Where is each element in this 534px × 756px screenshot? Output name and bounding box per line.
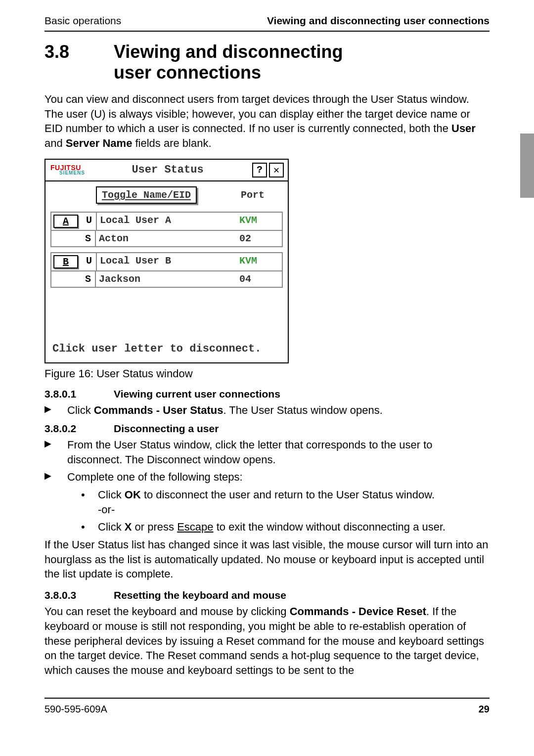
titlebar: FUJITSU SIEMENS User Status ? ✕ — [45, 160, 288, 181]
subsection-number: 3.8.0.2 — [44, 423, 114, 435]
entry-type: U — [82, 253, 97, 270]
section-title: 3.8 Viewing and disconnecting user conne… — [44, 42, 490, 83]
subsection-title: Viewing current user connections — [114, 388, 280, 400]
entry-port-number: 04 — [236, 271, 282, 287]
user-entry-b: B U Local User B KVM S Jackson 04 — [50, 252, 283, 288]
page-footer: 590-595-609A 29 — [44, 698, 490, 715]
toggle-name-eid-button[interactable]: Toggle Name/EID — [96, 186, 197, 204]
entry-user-name: Local User B — [97, 253, 236, 270]
section-title-text: Viewing and disconnecting user connectio… — [114, 42, 343, 83]
section-number: 3.8 — [44, 42, 114, 83]
entry-port-kvm: KVM — [236, 213, 282, 230]
user-status-window: FUJITSU SIEMENS User Status ? ✕ Toggle N… — [44, 159, 289, 364]
sub-bullet-item: • Click OK to disconnect the user and re… — [44, 488, 490, 517]
subsection-heading-3803: 3.8.0.3 Resetting the keyboard and mouse — [44, 589, 490, 601]
entry-server-name: Acton — [96, 231, 236, 246]
arrow-icon: ▶ — [44, 403, 67, 418]
entry-type: U — [82, 213, 97, 230]
help-button[interactable]: ? — [252, 163, 267, 178]
footer-doc-id: 590-595-609A — [44, 704, 107, 715]
entry-port-kvm: KVM — [236, 253, 282, 270]
arrow-icon: ▶ — [44, 470, 67, 485]
sub3-paragraph: You can reset the keyboard and mouse by … — [44, 604, 490, 677]
window-title: User Status — [85, 164, 250, 176]
help-icon: ? — [257, 164, 263, 176]
header-right: Viewing and disconnecting user connectio… — [267, 15, 490, 27]
port-column-header: Port — [241, 189, 265, 201]
intro-paragraph: You can view and disconnect users from t… — [44, 92, 490, 151]
window-hint-text: Click user letter to disconnect. — [52, 342, 281, 356]
bullet-icon: • — [81, 520, 98, 534]
figure-caption: Figure 16: User Status window — [44, 367, 490, 380]
fujitsu-siemens-logo: FUJITSU SIEMENS — [50, 164, 85, 176]
bullet-item: ▶ Click Commands - User Status. The User… — [44, 403, 490, 418]
subsection-heading-3801: 3.8.0.1 Viewing current user connections — [44, 388, 490, 400]
sub-bullet-item: • Click X or press Escape to exit the wi… — [44, 520, 490, 534]
footer-page-number: 29 — [479, 704, 490, 715]
toggle-row: Toggle Name/EID Port — [45, 181, 288, 212]
subsection-title: Resetting the keyboard and mouse — [114, 589, 286, 601]
entry-user-name: Local User A — [97, 213, 236, 230]
user-letter-button-a[interactable]: A — [53, 215, 78, 228]
section-side-tab — [520, 133, 534, 198]
subsection-number: 3.8.0.1 — [44, 388, 114, 400]
entry-port-number: 02 — [236, 231, 282, 246]
entry-type: S — [81, 231, 96, 246]
entry-server-name: Jackson — [96, 271, 236, 287]
sub2-paragraph: If the User Status list has changed sinc… — [44, 537, 490, 581]
user-entry-a: A U Local User A KVM S Acton 02 — [50, 212, 283, 247]
bullet-icon: • — [81, 488, 98, 517]
entry-type: S — [81, 271, 96, 287]
user-letter-button-b[interactable]: B — [53, 255, 78, 268]
header-left: Basic operations — [44, 15, 121, 27]
page-header: Basic operations Viewing and disconnecti… — [44, 15, 490, 32]
bullet-item: ▶ From the User Status window, click the… — [44, 438, 490, 467]
close-button[interactable]: ✕ — [269, 163, 284, 178]
close-icon: ✕ — [273, 164, 279, 176]
subsection-title: Disconnecting a user — [114, 423, 219, 435]
bullet-item: ▶ Complete one of the following steps: — [44, 470, 490, 485]
subsection-number: 3.8.0.3 — [44, 589, 114, 601]
arrow-icon: ▶ — [44, 438, 67, 467]
subsection-heading-3802: 3.8.0.2 Disconnecting a user — [44, 423, 490, 435]
